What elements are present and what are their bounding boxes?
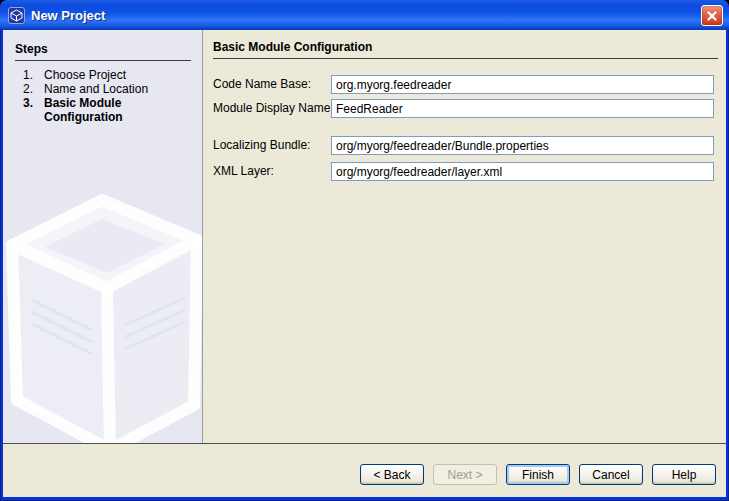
netbeans-cube-watermark: [3, 170, 203, 443]
localizing-bundle-input[interactable]: [331, 136, 714, 155]
xml-layer-label: XML Layer:: [213, 162, 274, 181]
step-label: Name and Location: [44, 82, 195, 96]
cancel-button[interactable]: Cancel: [579, 464, 643, 485]
module-display-name-input[interactable]: [331, 99, 714, 118]
module-display-name-label: Module Display Name:: [213, 99, 334, 118]
code-name-base-label: Code Name Base:: [213, 75, 311, 94]
step-number: 2.: [15, 82, 44, 96]
step-item-basic-module-configuration: 3. Basic Module Configuration: [15, 96, 195, 124]
finish-button[interactable]: Finish: [506, 464, 570, 485]
help-button[interactable]: Help: [652, 464, 716, 485]
title-bar[interactable]: New Project: [0, 0, 729, 30]
netbeans-cube-icon: [8, 7, 25, 24]
button-bar: < Back Next > Finish Cancel Help: [3, 444, 726, 497]
next-button: Next >: [433, 464, 497, 485]
dialog-body: Steps 1. Choose Project 2. Name and Loca…: [3, 30, 726, 497]
new-project-dialog: New Project: [0, 0, 729, 501]
window-title: New Project: [31, 8, 105, 23]
code-name-base-input[interactable]: [331, 75, 714, 94]
steps-header: Steps: [15, 42, 191, 61]
steps-list: 1. Choose Project 2. Name and Location 3…: [15, 68, 195, 124]
configuration-panel: Basic Module Configuration Code Name Bas…: [204, 30, 726, 443]
step-label: Basic Module Configuration: [44, 96, 195, 124]
step-number: 1.: [15, 68, 44, 82]
localizing-bundle-label: Localizing Bundle:: [213, 136, 310, 155]
xml-layer-input[interactable]: [331, 162, 714, 181]
panel-title: Basic Module Configuration: [213, 40, 718, 59]
close-button[interactable]: [701, 5, 723, 26]
close-icon: [706, 10, 718, 22]
back-button[interactable]: < Back: [360, 464, 424, 485]
steps-panel: Steps 1. Choose Project 2. Name and Loca…: [3, 30, 203, 443]
step-item-choose-project: 1. Choose Project: [15, 68, 195, 82]
step-number: 3.: [15, 96, 44, 124]
step-label: Choose Project: [44, 68, 195, 82]
step-item-name-and-location: 2. Name and Location: [15, 82, 195, 96]
